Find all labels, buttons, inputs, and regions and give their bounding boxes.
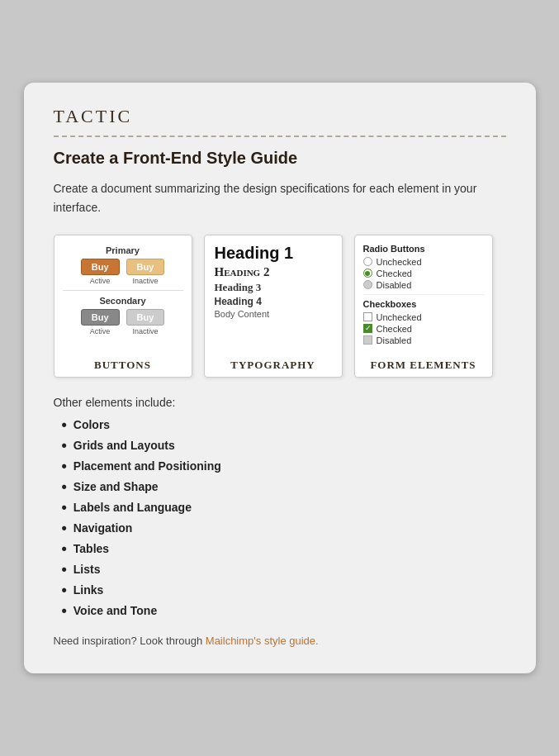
- primary-inactive-button[interactable]: Buy: [126, 259, 165, 275]
- style-cards-row: Primary Buy Active Buy Inactive Secondar…: [54, 235, 506, 378]
- list-item-labels: Labels and Language: [62, 500, 506, 515]
- list-item-grids: Grids and Layouts: [62, 438, 506, 453]
- primary-label: Primary: [63, 245, 183, 255]
- list-item-lists: Lists: [62, 562, 506, 577]
- form-divider: [363, 294, 484, 295]
- radio-unchecked-icon: [363, 257, 372, 266]
- radio-disabled-icon: [363, 280, 372, 289]
- main-card: Tactic Create a Front-End Style Guide Cr…: [24, 83, 536, 673]
- inactive-label: Inactive: [132, 277, 158, 285]
- radio-disabled-row: Disabled: [363, 280, 484, 290]
- checkbox-checked-label: Checked: [377, 324, 412, 334]
- radio-checked-row: Checked: [363, 269, 484, 278]
- checkbox-disabled-label: Disabled: [377, 335, 412, 345]
- buttons-card-content: Primary Buy Active Buy Inactive Secondar…: [54, 235, 192, 354]
- typo-h3: Heading 3: [215, 281, 332, 294]
- typo-h2: Heading 2: [215, 265, 332, 279]
- tactic-label: Tactic: [54, 106, 506, 137]
- active-btn-col: Buy Active: [81, 259, 120, 285]
- primary-btn-row: Buy Active Buy Inactive: [63, 259, 183, 285]
- list-item-colors: Colors: [62, 417, 506, 432]
- buttons-card-label: Buttons: [54, 354, 192, 377]
- inactive-btn-col: Buy Inactive: [126, 259, 165, 285]
- sec-inactive-col: Buy Inactive: [126, 309, 165, 335]
- checkbox-disabled-icon: [363, 335, 372, 345]
- secondary-active-button[interactable]: Buy: [81, 309, 120, 326]
- list-item-tables: Tables: [62, 541, 506, 556]
- radio-unchecked-row: Unchecked: [363, 257, 484, 267]
- checkbox-checked-icon: [363, 324, 372, 333]
- radio-unchecked-label: Unchecked: [377, 257, 422, 267]
- list-item-voice: Voice and Tone: [62, 603, 506, 618]
- sec-inactive-label: Inactive: [132, 327, 158, 335]
- secondary-label: Secondary: [63, 296, 183, 306]
- list-item-size: Size and Shape: [62, 479, 506, 494]
- checkbox-disabled-row: Disabled: [363, 335, 484, 345]
- typography-card: Heading 1 Heading 2 Heading 3 Heading 4 …: [204, 235, 343, 378]
- sec-active-col: Buy Active: [81, 309, 120, 335]
- buttons-card: Primary Buy Active Buy Inactive Secondar…: [54, 235, 192, 378]
- typo-h1: Heading 1: [215, 244, 332, 263]
- form-elements-card: Radio Buttons Unchecked Checked Disabled…: [354, 235, 493, 378]
- list-item-placement: Placement and Positioning: [62, 459, 506, 473]
- radio-disabled-label: Disabled: [377, 280, 412, 290]
- btn-divider: [63, 290, 183, 291]
- radio-checked-label: Checked: [377, 269, 412, 278]
- typography-card-content: Heading 1 Heading 2 Heading 3 Heading 4 …: [205, 235, 342, 354]
- radio-section-label: Radio Buttons: [363, 244, 484, 254]
- sec-active-label: Active: [90, 327, 111, 335]
- other-intro: Other elements include:: [54, 396, 506, 409]
- list-item-links: Links: [62, 582, 506, 597]
- description: Create a document summarizing the design…: [54, 179, 506, 216]
- form-card-label: Form Elements: [355, 354, 492, 377]
- checkbox-checked-row: Checked: [363, 324, 484, 334]
- secondary-inactive-button[interactable]: Buy: [126, 309, 165, 326]
- primary-active-button[interactable]: Buy: [81, 259, 120, 275]
- mailchimp-link[interactable]: Mailchimp's style guide.: [206, 635, 319, 647]
- typography-card-label: Typography: [205, 354, 342, 377]
- form-card-content: Radio Buttons Unchecked Checked Disabled…: [355, 235, 492, 354]
- checkbox-section-label: Checkboxes: [363, 299, 484, 309]
- checkbox-unchecked-icon: [363, 312, 372, 321]
- typo-body: Body Content: [215, 309, 332, 319]
- main-title: Create a Front-End Style Guide: [54, 149, 506, 168]
- active-label: Active: [90, 277, 111, 285]
- checkbox-unchecked-row: Unchecked: [363, 312, 484, 322]
- list-item-navigation: Navigation: [62, 521, 506, 535]
- inspiration-text: Need inspiration? Look through Mailchimp…: [54, 635, 506, 647]
- secondary-btn-row: Buy Active Buy Inactive: [63, 309, 183, 335]
- checkbox-unchecked-label: Unchecked: [377, 312, 422, 322]
- typo-h4: Heading 4: [215, 296, 332, 307]
- radio-checked-icon: [363, 269, 372, 278]
- other-elements-list: Colors Grids and Layouts Placement and P…: [54, 417, 506, 618]
